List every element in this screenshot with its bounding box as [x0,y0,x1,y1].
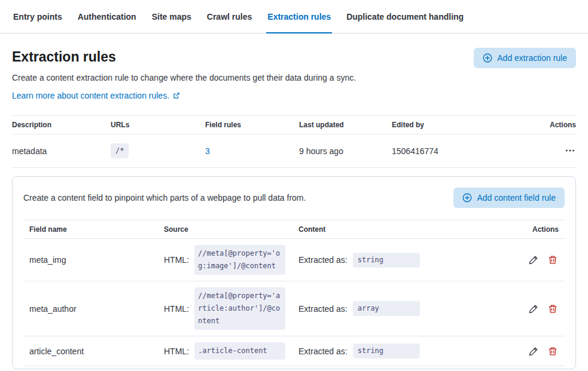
col-last-updated: Last updated [299,121,392,129]
field-rules-count-link[interactable]: 3 [205,146,210,156]
rule-edited-by: 1506416774 [392,146,534,156]
content-field-rules-table: Field name Source Content Actions meta_i… [23,220,565,366]
add-content-field-rule-label: Add content field rule [477,193,556,203]
rule-urls-badge: /* [111,143,129,158]
col-urls: URLs [111,121,205,129]
col-actions: Actions [534,121,576,129]
pencil-icon [529,255,538,265]
field-name: meta_img [23,255,158,265]
rule-actions-button[interactable] [564,145,576,157]
edit-rule-button[interactable] [528,303,540,315]
col-field-name: Field name [23,225,158,234]
table-row: meta_img HTML: //meta[@property='og:imag… [23,239,565,281]
tab-extraction-rules[interactable]: Extraction rules [266,0,332,33]
pencil-icon [529,347,538,356]
panel-description: Create a content field to pinpoint which… [23,193,306,203]
page-header: Extraction rules Add extraction rule [0,33,588,68]
extracted-as-label: Extracted as: [298,304,348,314]
field-name: meta_author [23,304,158,314]
col-description: Description [12,121,111,129]
source-selector-code: .article-content [194,342,285,360]
tab-crawl-rules[interactable]: Crawl rules [206,0,253,33]
rule-description: metadata [12,146,111,156]
add-extraction-rule-label: Add extraction rule [497,53,567,63]
tab-entry-points[interactable]: Entry points [12,0,63,33]
rule-last-updated: 9 hours ago [299,146,392,156]
content-field-rules-panel: Create a content field to pinpoint which… [12,176,576,369]
extracted-type-code: string [353,344,420,358]
panel-header: Create a content field to pinpoint which… [23,188,565,208]
add-content-field-rule-button[interactable]: Add content field rule [453,188,565,208]
source-selector-code: //meta[@property='article:author']/@cont… [194,287,285,330]
col-actions: Actions [517,225,565,234]
source-type-label: HTML: [164,347,189,356]
extraction-rules-table: Description URLs Field rules Last update… [12,115,576,168]
col-content: Content [293,225,517,234]
extracted-as-label: Extracted as: [298,255,348,265]
delete-rule-button[interactable] [547,303,559,315]
edit-rule-button[interactable] [528,345,540,357]
page-description: Create a content extraction rule to chan… [0,68,588,84]
plus-in-circle-icon [462,193,472,203]
rules-table-header: Description URLs Field rules Last update… [12,115,576,134]
extracted-type-code: array [353,301,420,316]
delete-rule-button[interactable] [547,254,559,266]
tab-authentication[interactable]: Authentication [77,0,138,33]
source-selector-code: //meta[@property='og:image']/@content [194,245,285,275]
trash-icon [548,347,557,356]
tab-site-maps[interactable]: Site maps [151,0,193,33]
extracted-type-code: string [353,253,420,268]
table-row: metadata /* 3 9 hours ago 1506416774 [12,134,576,168]
page-title: Extraction rules [12,48,116,66]
ellipsis-icon [565,146,575,155]
pencil-icon [529,304,538,314]
add-extraction-rule-button[interactable]: Add extraction rule [474,48,576,68]
col-field-rules: Field rules [205,121,299,129]
table-row: article_content HTML: .article-content E… [23,336,565,366]
source-type-label: HTML: [164,255,189,265]
delete-rule-button[interactable] [547,345,559,357]
tab-duplicate-document-handling[interactable]: Duplicate document handling [345,0,465,33]
field-table-header: Field name Source Content Actions [23,220,565,239]
edit-rule-button[interactable] [528,254,540,266]
learn-more-label: Learn more about content extraction rule… [12,91,169,100]
plus-in-circle-icon [483,53,492,63]
source-type-label: HTML: [164,304,189,314]
field-name: article_content [23,347,158,356]
extracted-as-label: Extracted as: [298,347,348,356]
external-link-icon [173,92,180,99]
col-source: Source [158,225,293,234]
table-row: meta_author HTML: //meta[@property='arti… [23,281,565,336]
trash-icon [548,255,557,265]
learn-more-link[interactable]: Learn more about content extraction rule… [12,91,180,100]
trash-icon [548,304,557,314]
tab-bar: Entry points Authentication Site maps Cr… [0,0,588,33]
col-edited-by: Edited by [392,121,534,129]
